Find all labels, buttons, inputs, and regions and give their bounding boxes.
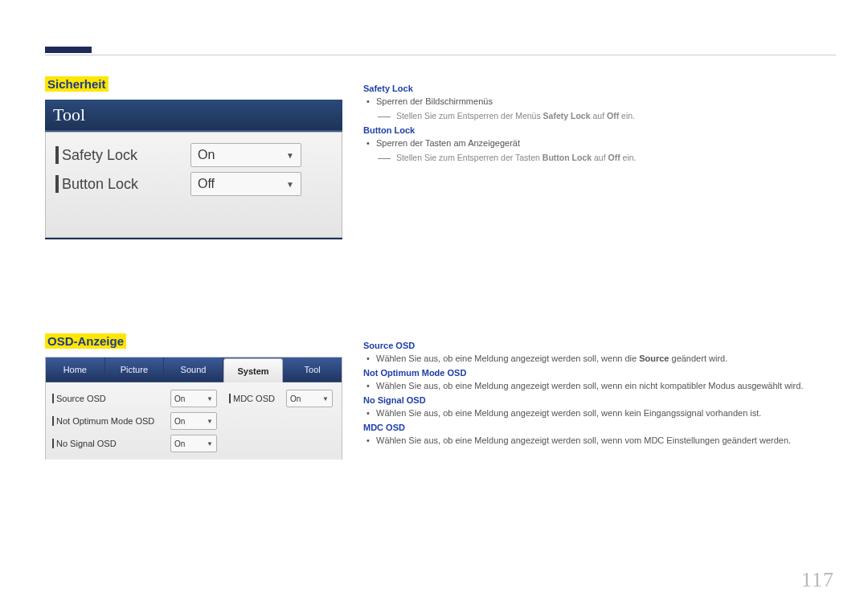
- tool-row-safety-lock: Safety Lock On ▼: [46, 141, 342, 170]
- item-head-not-optimum-osd: Not Optimum Mode OSD: [363, 368, 837, 378]
- item-head-no-signal-osd: No Signal OSD: [363, 395, 837, 405]
- tab-sound[interactable]: Sound: [164, 358, 223, 382]
- tab-home[interactable]: Home: [46, 358, 105, 382]
- sub-bold: Safety Lock: [543, 111, 591, 121]
- dash-icon: [378, 116, 391, 117]
- chevron-down-icon: ▼: [286, 180, 294, 189]
- safety-lock-select[interactable]: On ▼: [190, 143, 301, 167]
- sub-bold: Off: [608, 153, 620, 162]
- section-sicherheit-left: Sicherheit Tool Safety Lock On ▼ Button …: [45, 76, 350, 320]
- row-label: No Signal OSD: [56, 439, 170, 448]
- bullet-bold: Source: [639, 353, 669, 363]
- row-label: MDC OSD: [233, 394, 286, 403]
- page-number: 117: [801, 568, 834, 592]
- bullets: Sperren der Bildschirmmenüs: [376, 96, 837, 106]
- mdc-osd-select[interactable]: On ▼: [286, 390, 333, 407]
- sub-text: auf: [592, 153, 608, 162]
- item-head-safety-lock: Safety Lock: [363, 84, 837, 93]
- section-heading-osd: OSD-Anzeige: [45, 333, 126, 349]
- bullet-span: Wählen Sie aus, ob eine Meldung angezeig…: [376, 353, 639, 363]
- row-marker-icon: [229, 394, 231, 403]
- tab-tool[interactable]: Tool: [283, 358, 342, 382]
- bullets: Sperren der Tasten am Anzeigegerät: [376, 138, 837, 148]
- section-osd-text: Source OSD Wählen Sie aus, ob eine Meldu…: [363, 337, 837, 450]
- chevron-down-icon: ▼: [322, 395, 329, 403]
- row-label: Safety Lock: [62, 147, 190, 164]
- osd-row-source: Source OSD On ▼ MDC OSD On ▼: [52, 387, 335, 410]
- tab-system[interactable]: System: [223, 358, 284, 382]
- bullets: Wählen Sie aus, ob eine Meldung angezeig…: [376, 353, 837, 363]
- no-signal-osd-select[interactable]: On ▼: [170, 435, 217, 452]
- sub-bold: Off: [607, 111, 619, 121]
- screenshot-osd: Home Picture Sound System Tool Source OS…: [45, 357, 342, 460]
- header-accent-bar: [45, 47, 92, 53]
- tool-row-button-lock: Button Lock Off ▼: [46, 170, 342, 198]
- not-optimum-osd-select[interactable]: On ▼: [170, 412, 217, 430]
- section-osd-left: OSD-Anzeige Home Picture Sound System To…: [45, 333, 350, 460]
- bullets: Wählen Sie aus, ob eine Meldung angezeig…: [376, 435, 837, 445]
- row-marker-icon: [55, 146, 59, 164]
- bullet-text: Wählen Sie aus, ob eine Meldung angezeig…: [376, 381, 837, 390]
- section-sicherheit-text: Safety Lock Sperren der Bildschirmmenüs …: [363, 80, 837, 167]
- select-value: On: [198, 148, 215, 162]
- bullet-text: Sperren der Bildschirmmenüs: [376, 96, 837, 106]
- sub-note: Stellen Sie zum Entsperren der Menüs Saf…: [378, 111, 837, 121]
- dash-icon: [378, 158, 391, 159]
- button-lock-select[interactable]: Off ▼: [190, 172, 301, 196]
- page: Sicherheit Tool Safety Lock On ▼ Button …: [0, 0, 868, 613]
- section-heading-sicherheit: Sicherheit: [45, 76, 108, 92]
- row-marker-icon: [55, 175, 59, 193]
- bullets: Wählen Sie aus, ob eine Meldung angezeig…: [376, 408, 837, 418]
- bullet-text: Wählen Sie aus, ob eine Meldung angezeig…: [376, 435, 837, 445]
- select-value: On: [174, 394, 185, 403]
- select-value: On: [290, 394, 301, 403]
- sub-text: Stellen Sie zum Entsperren der Tasten: [396, 153, 542, 162]
- sub-bold: Button Lock: [542, 153, 592, 162]
- osd-row-no-signal: No Signal OSD On ▼: [52, 432, 335, 455]
- header-rule: [45, 55, 836, 55]
- row-marker-icon: [52, 416, 54, 426]
- bullets: Wählen Sie aus, ob eine Meldung angezeig…: [376, 381, 837, 390]
- bullet-text: Sperren der Tasten am Anzeigegerät: [376, 138, 837, 148]
- select-value: On: [174, 417, 185, 426]
- sub-text: ein.: [620, 153, 637, 162]
- chevron-down-icon: ▼: [207, 395, 213, 403]
- item-head-source-osd: Source OSD: [363, 341, 837, 350]
- row-label: Source OSD: [56, 394, 170, 403]
- screenshot-tool-title: Tool: [45, 100, 342, 132]
- bullet-text: Wählen Sie aus, ob eine Meldung angezeig…: [376, 353, 837, 363]
- row-label: Not Optimum Mode OSD: [56, 416, 170, 426]
- item-head-mdc-osd: MDC OSD: [363, 423, 837, 432]
- tab-picture[interactable]: Picture: [105, 358, 165, 382]
- osd-row-mdc: MDC OSD On ▼: [229, 390, 333, 407]
- osd-row-not-optimum: Not Optimum Mode OSD On ▼: [52, 410, 335, 432]
- select-value: On: [174, 439, 185, 448]
- source-osd-select[interactable]: On ▼: [170, 390, 217, 407]
- sub-text: auf: [591, 111, 607, 121]
- select-value: Off: [198, 177, 215, 191]
- row-marker-icon: [52, 439, 54, 448]
- row-label: Button Lock: [62, 176, 190, 193]
- sub-note: Stellen Sie zum Entsperren der Tasten Bu…: [378, 153, 837, 162]
- row-marker-icon: [52, 394, 54, 403]
- bullet-span: geändert wird.: [669, 353, 727, 363]
- screenshot-tool-body: Safety Lock On ▼ Button Lock Off ▼: [45, 132, 342, 238]
- sub-text: Stellen Sie zum Entsperren der Menüs: [396, 111, 543, 121]
- tabs: Home Picture Sound System Tool: [46, 358, 342, 382]
- chevron-down-icon: ▼: [207, 418, 213, 425]
- chevron-down-icon: ▼: [286, 151, 294, 160]
- bullet-text: Wählen Sie aus, ob eine Meldung angezeig…: [376, 408, 837, 418]
- chevron-down-icon: ▼: [207, 440, 213, 447]
- screenshot-tool: Tool Safety Lock On ▼ Button Lock Off ▼: [45, 100, 342, 239]
- item-head-button-lock: Button Lock: [363, 125, 837, 135]
- osd-body: Source OSD On ▼ MDC OSD On ▼: [46, 382, 342, 460]
- sub-text: ein.: [619, 111, 635, 121]
